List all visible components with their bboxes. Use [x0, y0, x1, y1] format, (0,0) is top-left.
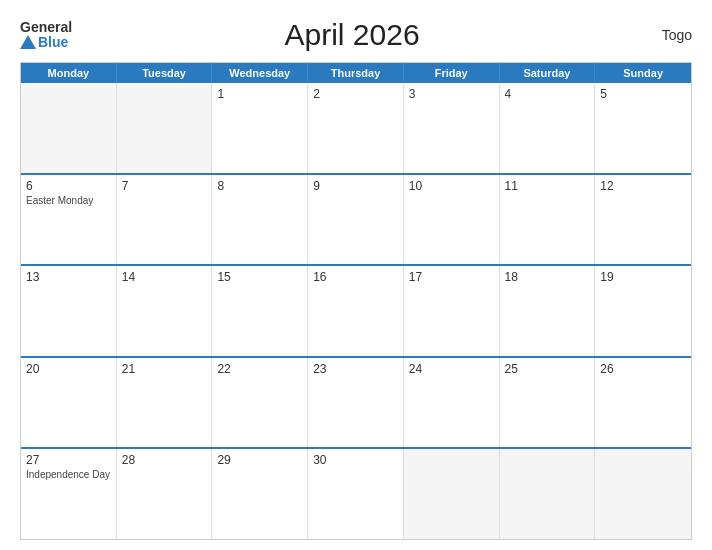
- cal-week-1: 12345: [21, 83, 691, 173]
- cal-day: 30: [308, 449, 404, 539]
- calendar-body: 123456Easter Monday789101112131415161718…: [21, 83, 691, 539]
- day-number: 20: [26, 362, 111, 376]
- cal-day: 17: [404, 266, 500, 356]
- calendar: MondayTuesdayWednesdayThursdayFridaySatu…: [20, 62, 692, 540]
- cal-day: [117, 83, 213, 173]
- day-number: 6: [26, 179, 111, 193]
- cal-day: 7: [117, 175, 213, 265]
- logo: General Blue: [20, 20, 72, 50]
- cal-day: 23: [308, 358, 404, 448]
- cal-day: 25: [500, 358, 596, 448]
- day-number: 12: [600, 179, 686, 193]
- cal-day: 16: [308, 266, 404, 356]
- cal-header-thursday: Thursday: [308, 63, 404, 83]
- cal-day: 26: [595, 358, 691, 448]
- cal-day: 5: [595, 83, 691, 173]
- cal-day: 21: [117, 358, 213, 448]
- calendar-header: MondayTuesdayWednesdayThursdayFridaySatu…: [21, 63, 691, 83]
- cal-header-saturday: Saturday: [500, 63, 596, 83]
- day-number: 15: [217, 270, 302, 284]
- day-number: 8: [217, 179, 302, 193]
- cal-day: 10: [404, 175, 500, 265]
- day-event: Easter Monday: [26, 195, 111, 207]
- cal-day: 6Easter Monday: [21, 175, 117, 265]
- day-number: 16: [313, 270, 398, 284]
- cal-day: [500, 449, 596, 539]
- day-number: 19: [600, 270, 686, 284]
- day-number: 11: [505, 179, 590, 193]
- day-number: 7: [122, 179, 207, 193]
- day-number: 5: [600, 87, 686, 101]
- cal-day: 12: [595, 175, 691, 265]
- day-number: 25: [505, 362, 590, 376]
- cal-day: 18: [500, 266, 596, 356]
- cal-day: [595, 449, 691, 539]
- day-number: 10: [409, 179, 494, 193]
- cal-day: 8: [212, 175, 308, 265]
- cal-day: 4: [500, 83, 596, 173]
- cal-week-3: 13141516171819: [21, 264, 691, 356]
- logo-triangle-icon: [20, 35, 36, 49]
- logo-general-text: General: [20, 20, 72, 34]
- cal-day: 24: [404, 358, 500, 448]
- day-event: Independence Day: [26, 469, 111, 481]
- day-number: 28: [122, 453, 207, 467]
- day-number: 2: [313, 87, 398, 101]
- cal-day: 13: [21, 266, 117, 356]
- cal-week-4: 20212223242526: [21, 356, 691, 448]
- cal-day: 14: [117, 266, 213, 356]
- cal-day: [404, 449, 500, 539]
- cal-day: 27Independence Day: [21, 449, 117, 539]
- calendar-title: April 2026: [72, 18, 632, 52]
- cal-week-5: 27Independence Day282930: [21, 447, 691, 539]
- day-number: 9: [313, 179, 398, 193]
- cal-header-monday: Monday: [21, 63, 117, 83]
- day-number: 21: [122, 362, 207, 376]
- country-label: Togo: [632, 27, 692, 43]
- cal-day: 29: [212, 449, 308, 539]
- cal-header-sunday: Sunday: [595, 63, 691, 83]
- cal-day: 28: [117, 449, 213, 539]
- day-number: 4: [505, 87, 590, 101]
- logo-blue-text: Blue: [38, 34, 68, 50]
- cal-header-wednesday: Wednesday: [212, 63, 308, 83]
- day-number: 3: [409, 87, 494, 101]
- day-number: 22: [217, 362, 302, 376]
- cal-day: 9: [308, 175, 404, 265]
- day-number: 13: [26, 270, 111, 284]
- day-number: 1: [217, 87, 302, 101]
- cal-day: 11: [500, 175, 596, 265]
- cal-day: 2: [308, 83, 404, 173]
- cal-day: 15: [212, 266, 308, 356]
- cal-header-tuesday: Tuesday: [117, 63, 213, 83]
- day-number: 26: [600, 362, 686, 376]
- day-number: 17: [409, 270, 494, 284]
- day-number: 30: [313, 453, 398, 467]
- cal-week-2: 6Easter Monday789101112: [21, 173, 691, 265]
- cal-day: [21, 83, 117, 173]
- day-number: 23: [313, 362, 398, 376]
- cal-day: 3: [404, 83, 500, 173]
- day-number: 24: [409, 362, 494, 376]
- cal-day: 1: [212, 83, 308, 173]
- cal-day: 20: [21, 358, 117, 448]
- page-header: General Blue April 2026 Togo: [20, 18, 692, 52]
- cal-day: 22: [212, 358, 308, 448]
- cal-day: 19: [595, 266, 691, 356]
- cal-header-friday: Friday: [404, 63, 500, 83]
- day-number: 18: [505, 270, 590, 284]
- day-number: 29: [217, 453, 302, 467]
- day-number: 14: [122, 270, 207, 284]
- day-number: 27: [26, 453, 111, 467]
